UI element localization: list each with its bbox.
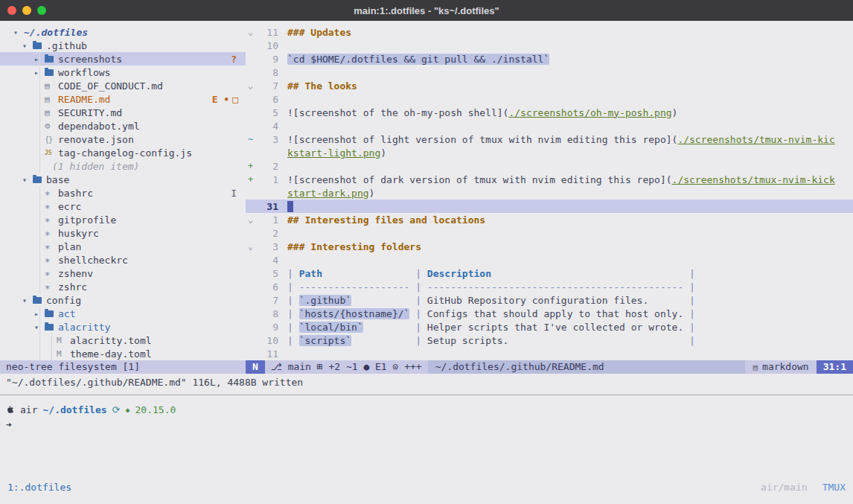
tree-item-bashrc[interactable]: bashrcI <box>0 186 246 200</box>
tree-item-gitprofile[interactable]: gitprofile <box>0 213 246 226</box>
line-text: `cd $HOME/.dotfiles && git pull && ./ins… <box>281 54 549 65</box>
tree-item-alacritty[interactable]: ▾alacritty <box>0 320 246 334</box>
tree-item-shellcheckrc[interactable]: shellcheckrc <box>0 253 246 267</box>
line-number: 9 <box>258 322 281 333</box>
tree-item-dependabot[interactable]: dependabot.yml <box>0 119 246 133</box>
md-text: ) <box>369 188 375 199</box>
markdown-icon <box>45 95 58 104</box>
editor-line[interactable]: 5![screenshot of the oh-my-posh shell](.… <box>246 106 853 119</box>
editor-line-wrap[interactable]: start-dark.png) <box>246 186 853 200</box>
tree-item-alacritty-toml[interactable]: alacritty.toml <box>0 334 246 347</box>
table-pipe: | <box>508 335 694 346</box>
editor-line[interactable]: 4 <box>246 119 853 133</box>
line-number: 10 <box>258 40 281 51</box>
editor-line-wrap[interactable]: kstart-light.png) <box>246 146 853 159</box>
node-version: 20.15.0 <box>135 404 176 415</box>
editor-line[interactable]: 6 <box>246 92 853 106</box>
editor-line[interactable]: ⌄11### Updates <box>246 25 853 39</box>
md-link: ./screenshots/oh-my-posh.png <box>508 107 671 118</box>
tree-item-workflows[interactable]: ▸workflows <box>0 66 246 79</box>
tree-item-tag-changelog[interactable]: tag-changelog-config.js <box>0 146 246 159</box>
shell-pane[interactable]: air ~/.dotfiles ⟳ ◆ 20.15.0 ➜ <box>0 395 853 480</box>
tree-item-root[interactable]: ▾~/.dotfiles <box>0 25 246 39</box>
dotfile-icon <box>45 188 58 199</box>
line-number: 11 <box>258 348 281 360</box>
tree-item-act[interactable]: ▸act <box>0 307 246 320</box>
folder-icon <box>45 69 54 76</box>
zoom-button[interactable] <box>37 6 46 15</box>
lualine: N ⎇ main ⊞ +2 ~1 ● E1 ⊙ +++ ~/.dotfiles/… <box>246 360 853 374</box>
node-icon: ◆ <box>125 406 130 414</box>
buffer-indicator-icon: □ <box>232 94 246 105</box>
line-number: 4 <box>258 255 281 266</box>
editor-line[interactable]: ⌄1## Interesting files and locations <box>246 213 853 226</box>
editor-line[interactable]: 11 <box>246 347 853 360</box>
tree-item-base[interactable]: ▾base <box>0 173 246 186</box>
minimize-button[interactable] <box>22 6 31 15</box>
tree-item-label: alacritty <box>58 322 110 333</box>
tree-item-label: tag-changelog-config.js <box>58 147 192 159</box>
prompt-path: ~/.dotfiles <box>42 404 106 415</box>
fold-open-icon: ⌄ <box>246 80 258 91</box>
editor-line[interactable]: +1![screenshot of dark version of tmux w… <box>246 173 853 186</box>
editor-line[interactable]: 8| `hosts/{hostname}/` | Configs that sh… <box>246 307 853 320</box>
md-heading: ### Updates <box>287 27 351 38</box>
line-number: 3 <box>258 134 281 145</box>
toml-icon <box>57 349 70 359</box>
editor-line[interactable]: ⌄7## The looks <box>246 79 853 92</box>
table-pipe: | <box>287 322 299 333</box>
line-text: | `local/bin` | Helper scripts that I've… <box>281 322 695 333</box>
tree-item-readme[interactable]: README.mdE •□ <box>0 92 246 106</box>
tree-item-ecrc[interactable]: ecrc <box>0 200 246 213</box>
braces-icon <box>45 135 58 144</box>
editor-line[interactable]: ~3![screenshot of light version of tmux … <box>246 133 853 146</box>
tree-item-github[interactable]: ▾.github <box>0 39 246 52</box>
editor-line[interactable]: 8 <box>246 66 853 79</box>
line-number: 5 <box>258 107 281 118</box>
tree-item-code-of-conduct[interactable]: CODE_OF_CONDUCT.md <box>0 79 246 92</box>
editor-line[interactable]: 5| Path | Description | <box>246 267 853 280</box>
chevron-down-icon: ▾ <box>34 323 45 331</box>
table-pipe: | <box>363 322 427 333</box>
file-tree: ▾~/.dotfiles ▾.github ▸screenshots? ▸wor… <box>0 21 246 360</box>
tree-item-theme-day-toml[interactable]: theme-day.toml <box>0 347 246 360</box>
editor-line[interactable]: ⌄3### Interesting folders <box>246 240 853 253</box>
table-pipe: | <box>287 308 299 319</box>
folder-icon <box>33 42 42 49</box>
tree-item-config[interactable]: ▾config <box>0 293 246 307</box>
line-number: 6 <box>258 94 281 105</box>
md-text: ) <box>380 147 386 159</box>
editor-line[interactable]: 9| `local/bin` | Helper scripts that I'v… <box>246 320 853 334</box>
tree-item-label: act <box>58 308 75 319</box>
tree-item-plan[interactable]: plan <box>0 240 246 253</box>
tree-item-renovate[interactable]: renovate.json <box>0 133 246 146</box>
editor-current-line[interactable]: 31 <box>246 200 853 213</box>
editor-line[interactable]: 2 <box>246 226 853 240</box>
editor-line[interactable]: 7| `.github` | GitHub Repository configu… <box>246 293 853 307</box>
folder-icon <box>33 176 42 183</box>
table-pipe: | <box>287 295 299 306</box>
tree-hidden-items[interactable]: (1 hidden item) <box>0 159 246 173</box>
editor-line[interactable]: 6| ------------------- | ---------------… <box>246 280 853 293</box>
dotfile-icon <box>45 228 58 239</box>
editor-line[interactable]: 10 <box>246 39 853 52</box>
line-number: 2 <box>258 228 281 239</box>
folder-icon <box>45 56 54 63</box>
prompt-arrow[interactable]: ➜ <box>6 419 853 430</box>
close-button[interactable] <box>7 6 16 15</box>
line-number: 7 <box>258 80 281 92</box>
tree-item-zshenv[interactable]: zshenv <box>0 267 246 280</box>
md-link: ./screenshots/tmux-nvim-kic <box>677 134 834 145</box>
tree-item-zshrc[interactable]: zshrc <box>0 280 246 293</box>
editor-line[interactable]: 10| `scripts` | Setup scripts. | <box>246 334 853 347</box>
dotfile-icon <box>45 201 58 212</box>
tree-item-security[interactable]: SECURITY.md <box>0 106 246 119</box>
tree-item-screenshots[interactable]: ▸screenshots? <box>0 52 246 66</box>
editor-line[interactable]: 4 <box>246 253 853 267</box>
tree-item-huskyrc[interactable]: huskyrc <box>0 226 246 240</box>
dotfile-icon <box>45 241 58 252</box>
editor-line[interactable]: 9`cd $HOME/.dotfiles && git pull && ./in… <box>246 52 853 66</box>
editor-line[interactable]: +2 <box>246 159 853 173</box>
tmux-window-item[interactable]: 1:.dotfiles <box>7 480 71 495</box>
dotfile-icon <box>45 255 58 266</box>
